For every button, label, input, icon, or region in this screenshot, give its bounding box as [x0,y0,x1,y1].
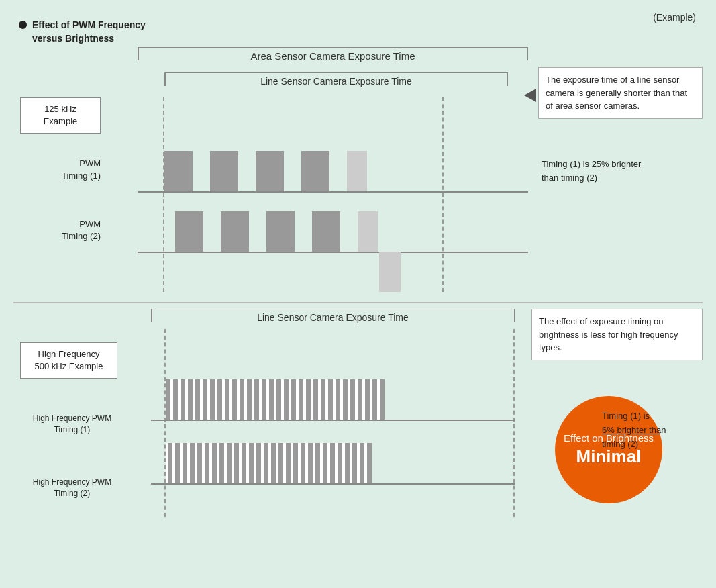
pwm1-bar5 [347,151,367,191]
pwm2-extra-bar [379,252,401,292]
pwm2-gap0 [164,211,175,252]
pwm2-bar3 [266,211,295,252]
pwm1-gap4 [329,151,347,191]
pwm1-bar1 [164,151,193,191]
hf-pwm-label-2: High Frequency PWMTiming (2) [20,477,124,499]
timing-note-top: Timing (1) is 25% brighterthan timing (2… [542,158,703,184]
pwm2-gap2 [249,211,266,252]
pwm2-baseline [138,252,528,253]
callout-box-top: The exposure time of a line sensor camer… [538,67,703,119]
pwm1-bar3 [256,151,284,191]
h-separator [13,302,703,303]
pwm1-baseline [138,191,528,193]
callout-box-bottom: The effect of exposure timing on brightn… [531,309,703,360]
pwm2-bar1 [175,211,203,252]
pwm1-bar2 [210,151,238,191]
pwm1-row [164,151,528,191]
pwm1-gap2 [238,151,256,191]
bottom-section: Line Sensor Camera Exposure Time The eff… [13,309,703,577]
pwm-wave-area [138,97,528,292]
timing-note-line1: Timing (1) is [602,411,650,421]
timing-note-line2: 6% brighter than [602,425,666,435]
line-sensor-label-bottom: Line Sensor Camera Exposure Time [151,309,515,323]
freq-box-125: 125 kHzExample [20,97,101,134]
pwm2-gap3 [295,211,312,252]
pwm2-gap4 [340,211,358,252]
hf-pwm2-baseline [151,483,515,485]
hf-pwm1-container [166,379,515,420]
pwm-label-1: PWMTiming (1) [20,158,101,182]
hf-wave-area [151,329,515,517]
hf-pwm-label-1: High Frequency PWMTiming (1) [20,413,124,436]
hf-pwm1-baseline [151,420,515,421]
pwm2-gap1 [203,211,221,252]
example-label: (Example) [653,12,696,23]
main-title: Effect of PWM Frequencyversus Brightness [32,19,146,45]
pwm1-bar4 [301,151,329,191]
timing-note-line3: timing (2) [602,439,638,449]
line-sensor-label-top: Line Sensor Camera Exposure Time [164,72,508,87]
freq-box-high: High Frequency500 kHz Example [20,342,117,379]
hf-dashed-left [164,329,166,517]
hf-pwm2-container [166,443,515,483]
dashed-line-left [163,97,164,292]
bullet-dot [19,21,27,29]
area-sensor-label: Area Sensor Camera Exposure Time [138,47,528,62]
pwm2-bar4 [312,211,340,252]
title-area: Effect of PWM Frequencyversus Brightness [19,19,146,45]
pwm1-gap1 [193,151,210,191]
dashed-line-right [442,97,444,292]
hf-dashed-right [513,329,515,517]
top-section: Area Sensor Camera Exposure Time Line Se… [13,47,703,295]
pwm2-bar5 [358,211,378,252]
timing-note-bottom: Timing (1) is 6% brighter than timing (2… [602,409,703,451]
pwm2-row [164,211,528,252]
pwm-label-2: PWMTiming (2) [20,218,101,242]
pwm2-bar2 [221,211,249,252]
pwm1-gap3 [284,151,301,191]
